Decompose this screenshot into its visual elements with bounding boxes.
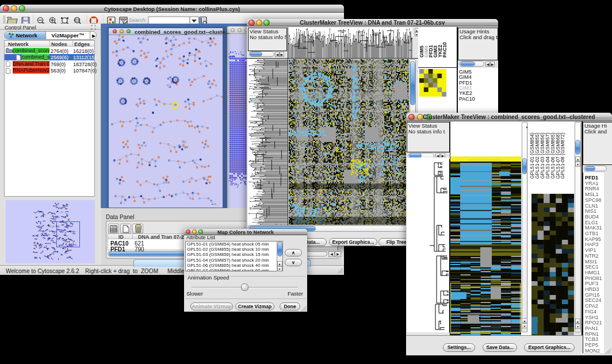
svg-text:Search:: Search: (129, 17, 147, 23)
